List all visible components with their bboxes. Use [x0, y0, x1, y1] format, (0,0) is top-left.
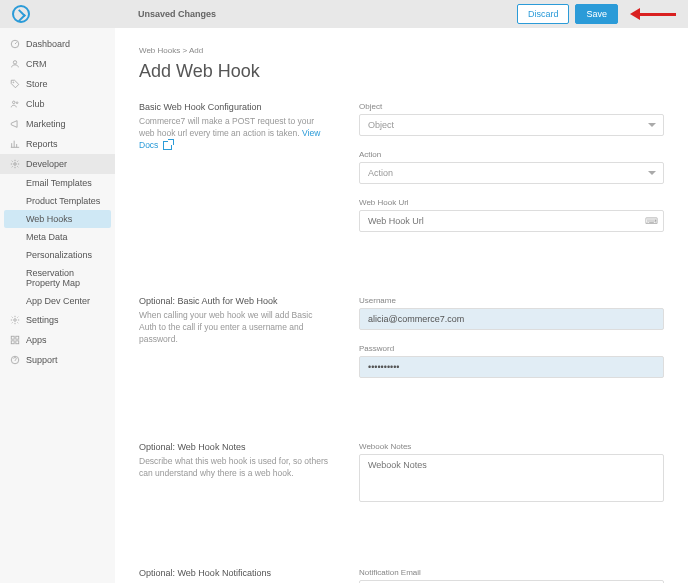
user-icon: [10, 59, 20, 69]
sidebar-item-label: Developer: [26, 159, 67, 169]
sidebar-item-label: Support: [26, 355, 58, 365]
save-button[interactable]: Save: [575, 4, 618, 24]
section-notes: Optional: Web Hook Notes Describe what t…: [139, 442, 664, 518]
username-input[interactable]: [359, 308, 664, 330]
sidebar-item-label: Club: [26, 99, 45, 109]
section-desc: When calling your web hook we will add B…: [139, 310, 329, 346]
sidebar-item-label: CRM: [26, 59, 47, 69]
sidebar-item-crm[interactable]: CRM: [0, 54, 115, 74]
text-input-icon: ⌨: [645, 216, 658, 226]
object-label: Object: [359, 102, 664, 111]
sidebar-sub-web-hooks[interactable]: Web Hooks: [4, 210, 111, 228]
tag-icon: [10, 79, 20, 89]
help-icon: [10, 355, 20, 365]
sidebar-sub-personalizations[interactable]: Personalizations: [0, 246, 115, 264]
gear-icon: [10, 315, 20, 325]
section-title: Basic Web Hook Configuration: [139, 102, 329, 112]
sidebar-item-dashboard[interactable]: Dashboard: [0, 34, 115, 54]
svg-point-5: [14, 163, 17, 166]
sidebar-sub-email-templates[interactable]: Email Templates: [0, 174, 115, 192]
section-title: Optional: Basic Auth for Web Hook: [139, 296, 329, 306]
svg-rect-9: [11, 341, 14, 344]
logo-icon: [12, 5, 30, 23]
object-select[interactable]: Object: [359, 114, 664, 136]
gear-icon: [10, 159, 20, 169]
sidebar-item-label: Store: [26, 79, 48, 89]
svg-point-2: [13, 82, 14, 83]
breadcrumb-parent[interactable]: Web Hooks: [139, 46, 180, 55]
annotation-arrow: [630, 8, 676, 20]
section-desc: Describe what this web hook is used for,…: [139, 456, 329, 480]
sidebar-sub-product-templates[interactable]: Product Templates: [0, 192, 115, 210]
sidebar-item-settings[interactable]: Settings: [0, 310, 115, 330]
svg-point-6: [14, 319, 17, 322]
megaphone-icon: [10, 119, 20, 129]
unsaved-changes-label: Unsaved Changes: [138, 9, 216, 19]
external-link-icon: [163, 141, 172, 150]
notification-email-label: Notification Email: [359, 568, 664, 577]
section-notifications: Optional: Web Hook Notifications If your…: [139, 568, 664, 583]
username-label: Username: [359, 296, 664, 305]
sidebar-item-reports[interactable]: Reports: [0, 134, 115, 154]
password-input[interactable]: [359, 356, 664, 378]
grid-icon: [10, 335, 20, 345]
svg-rect-8: [16, 336, 19, 339]
discard-button[interactable]: Discard: [517, 4, 570, 24]
breadcrumb-current: Add: [189, 46, 203, 55]
sidebar-item-club[interactable]: Club: [0, 94, 115, 114]
section-title: Optional: Web Hook Notes: [139, 442, 329, 452]
sidebar-item-label: Dashboard: [26, 39, 70, 49]
sidebar-sub-reservation-map[interactable]: Reservation Property Map: [0, 264, 115, 292]
notes-label: Webook Notes: [359, 442, 664, 451]
sidebar-item-label: Apps: [26, 335, 47, 345]
sidebar-item-developer[interactable]: Developer: [0, 154, 115, 174]
sidebar-item-store[interactable]: Store: [0, 74, 115, 94]
section-basic: Basic Web Hook Configuration Commerce7 w…: [139, 102, 664, 246]
gauge-icon: [10, 39, 20, 49]
svg-point-1: [13, 61, 16, 64]
main-content: Web Hooks > Add Add Web Hook Basic Web H…: [115, 28, 688, 583]
topbar: Unsaved Changes Discard Save: [0, 0, 688, 28]
url-label: Web Hook Url: [359, 198, 664, 207]
sidebar-item-label: Reports: [26, 139, 58, 149]
sidebar-item-apps[interactable]: Apps: [0, 330, 115, 350]
sidebar-sub-meta-data[interactable]: Meta Data: [0, 228, 115, 246]
sidebar-item-label: Marketing: [26, 119, 66, 129]
sidebar-item-marketing[interactable]: Marketing: [0, 114, 115, 134]
action-label: Action: [359, 150, 664, 159]
users-icon: [10, 99, 20, 109]
svg-point-3: [13, 101, 16, 104]
sidebar: Dashboard CRM Store Club Marketing Repor…: [0, 28, 115, 583]
section-auth: Optional: Basic Auth for Web Hook When c…: [139, 296, 664, 392]
url-input[interactable]: [359, 210, 664, 232]
action-select[interactable]: Action: [359, 162, 664, 184]
sidebar-sub-app-dev-center[interactable]: App Dev Center: [0, 292, 115, 310]
page-title: Add Web Hook: [139, 61, 664, 82]
section-title: Optional: Web Hook Notifications: [139, 568, 329, 578]
section-desc: Commerce7 will make a POST request to yo…: [139, 116, 329, 152]
svg-rect-10: [16, 341, 19, 344]
breadcrumb: Web Hooks > Add: [139, 46, 664, 55]
svg-rect-7: [11, 336, 14, 339]
notes-textarea[interactable]: [359, 454, 664, 502]
sidebar-item-label: Settings: [26, 315, 59, 325]
password-label: Password: [359, 344, 664, 353]
svg-point-4: [16, 102, 18, 104]
chart-icon: [10, 139, 20, 149]
sidebar-item-support[interactable]: Support: [0, 350, 115, 370]
